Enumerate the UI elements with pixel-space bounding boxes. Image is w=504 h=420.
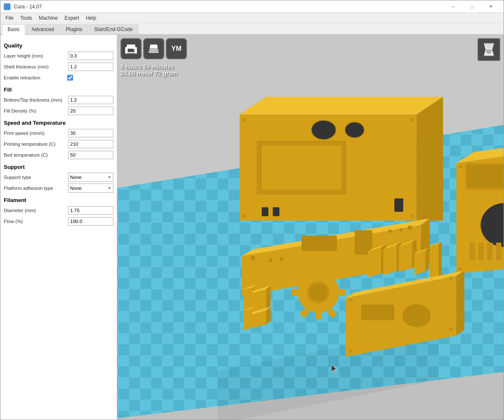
svg-rect-18 <box>262 145 341 189</box>
menu-machine[interactable]: Machine <box>35 14 61 22</box>
print-info: 5 hours 59 minutes 24.08 meter 72 gram <box>121 63 177 77</box>
printing-temp-input[interactable] <box>68 140 113 148</box>
svg-point-46 <box>251 256 255 260</box>
enable-retraction-checkbox[interactable] <box>67 75 73 81</box>
platform-adhesion-value: None <box>70 186 82 191</box>
fill-header: Fill <box>4 87 113 93</box>
svg-marker-62 <box>399 242 412 272</box>
svg-point-99 <box>349 349 352 353</box>
svg-point-52 <box>269 259 272 262</box>
support-type-arrow: ▼ <box>108 175 111 179</box>
print-material: 24.08 meter 72 gram <box>121 70 177 77</box>
svg-rect-21 <box>394 199 403 212</box>
left-panel: Quality Layer height (mm) Shell thicknes… <box>0 35 117 420</box>
bed-temp-input[interactable] <box>68 151 113 159</box>
title-bar: Cura - 14.07 ─ □ ✕ <box>0 0 504 13</box>
scene-svg <box>117 35 504 420</box>
svg-marker-107 <box>150 45 158 49</box>
main-content: Quality Layer height (mm) Shell thicknes… <box>0 35 504 420</box>
svg-rect-74 <box>337 289 345 295</box>
svg-rect-32 <box>487 243 493 260</box>
tab-advanced[interactable]: Advanced <box>26 24 59 34</box>
svg-point-22 <box>242 118 246 121</box>
platform-adhesion-label: Platform adhesion type <box>4 186 68 191</box>
svg-marker-68 <box>430 244 438 281</box>
window-controls: ─ □ ✕ <box>444 0 500 13</box>
tab-plugins[interactable]: Plugins <box>60 24 88 34</box>
svg-rect-95 <box>361 304 394 320</box>
svg-rect-38 <box>467 165 504 188</box>
shell-thickness-input[interactable] <box>68 63 113 71</box>
minimize-button[interactable]: ─ <box>444 0 462 13</box>
menu-tools[interactable]: Tools <box>17 14 35 22</box>
hourglass-icon <box>480 41 497 58</box>
slice-button[interactable] <box>143 38 164 59</box>
menu-expert[interactable]: Expert <box>61 14 83 22</box>
bottom-top-thickness-row: Bottom/Top thickness (mm) <box>4 95 113 105</box>
svg-marker-13 <box>240 97 443 114</box>
menu-help[interactable]: Help <box>82 14 100 22</box>
support-type-dropdown[interactable]: None ▼ <box>68 173 113 182</box>
close-button[interactable]: ✕ <box>481 0 500 13</box>
support-type-row: Support type None ▼ <box>4 173 113 182</box>
svg-marker-59 <box>383 245 397 275</box>
bottom-top-thickness-label: Bottom/Top thickness (mm) <box>4 97 68 102</box>
quality-header: Quality <box>4 42 113 49</box>
svg-point-41 <box>459 268 462 271</box>
menu-file[interactable]: File <box>2 14 17 22</box>
print-time: 5 hours 59 minutes <box>121 63 177 70</box>
svg-marker-14 <box>417 97 443 220</box>
platform-adhesion-dropdown[interactable]: None ▼ <box>68 184 113 193</box>
shell-thickness-label: Shell thickness (mm) <box>4 64 68 69</box>
window-title: Cura - 14.07 <box>14 4 42 10</box>
print-speed-row: Print speed (mm/s) <box>4 129 113 138</box>
ym-button[interactable]: YM <box>166 38 187 59</box>
svg-rect-50 <box>302 236 337 251</box>
svg-rect-104 <box>128 49 134 52</box>
corner-view-icon[interactable] <box>478 38 500 61</box>
svg-marker-65 <box>414 250 425 275</box>
bottom-top-thickness-input[interactable] <box>68 96 113 104</box>
layer-height-input[interactable] <box>68 52 113 60</box>
main-window: Cura - 14.07 ─ □ ✕ File Tools Machine Ex… <box>0 0 504 420</box>
svg-rect-33 <box>496 243 501 260</box>
svg-point-47 <box>408 226 412 230</box>
diameter-label: Diameter (mm) <box>4 208 68 213</box>
diameter-row: Diameter (mm) <box>4 206 113 215</box>
svg-point-97 <box>349 299 352 302</box>
print-speed-input[interactable] <box>68 129 113 137</box>
fill-density-row: Fill Density (%) <box>4 106 113 116</box>
tab-bar: Basic Advanced Plugins Start/End-GCode <box>0 23 504 35</box>
svg-rect-30 <box>470 243 475 260</box>
title-bar-left: Cura - 14.07 <box>4 3 42 10</box>
slice-icon <box>146 41 161 56</box>
flow-label: Flow (%) <box>4 219 68 224</box>
bed-temp-row: Bed temperature (C) <box>4 150 113 160</box>
tab-start-end-gcode[interactable]: Start/End-GCode <box>89 24 138 34</box>
svg-rect-31 <box>478 243 484 260</box>
svg-point-81 <box>310 284 327 301</box>
flow-input[interactable] <box>68 217 113 226</box>
svg-point-55 <box>399 228 403 231</box>
svg-point-24 <box>242 214 246 218</box>
menu-bar: File Tools Machine Expert Help <box>0 13 504 23</box>
tab-basic[interactable]: Basic <box>2 24 25 35</box>
svg-marker-84 <box>266 286 271 309</box>
flow-row: Flow (%) <box>4 217 113 226</box>
svg-rect-72 <box>315 265 321 273</box>
bed-temp-label: Bed temperature (C) <box>4 152 68 158</box>
fill-density-input[interactable] <box>68 107 113 115</box>
printing-temp-row: Printing temperature (C) <box>4 139 113 149</box>
svg-marker-67 <box>425 248 429 271</box>
svg-point-23 <box>410 118 414 121</box>
shell-thickness-row: Shell thickness (mm) <box>4 62 113 71</box>
diameter-input[interactable] <box>68 206 113 215</box>
svg-point-53 <box>280 257 283 261</box>
svg-point-54 <box>388 229 391 233</box>
speed-temp-header: Speed and Temperature <box>4 120 113 126</box>
svg-point-100 <box>449 327 453 331</box>
maximize-button[interactable]: □ <box>462 0 481 13</box>
load-model-button[interactable] <box>121 38 142 59</box>
layer-height-label: Layer height (mm) <box>4 53 68 58</box>
support-type-value: None <box>70 175 82 180</box>
